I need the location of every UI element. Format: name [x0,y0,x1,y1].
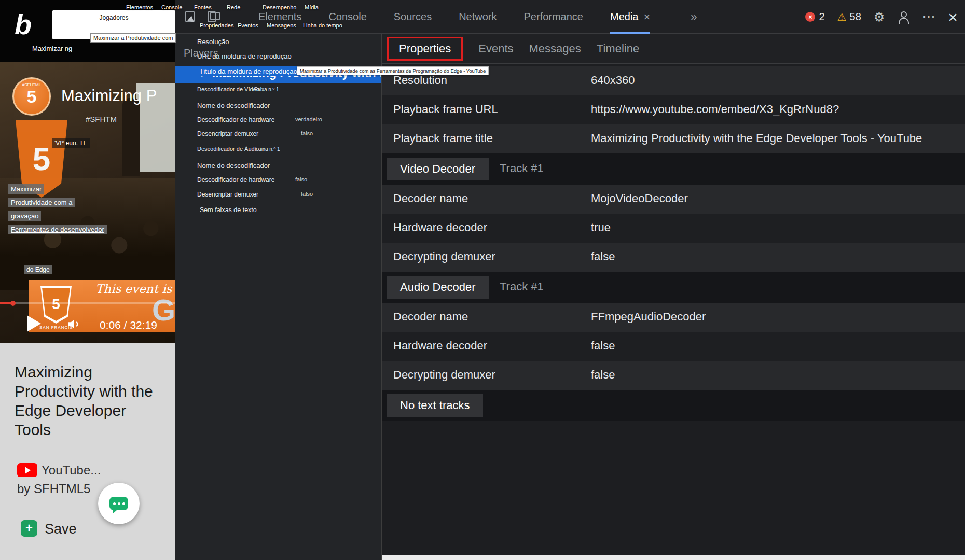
pt-value: verdadeiro [295,116,322,122]
pt-row-playback-url: URL da moldura de reprodução [197,52,292,60]
caption-line: Ferramentas de desenvolvedor [8,225,107,234]
tab-sources[interactable]: Sources [394,11,432,23]
table-row: Playback frame URL https://www.youtube.c… [382,95,965,124]
horizontal-scrollbar[interactable] [382,555,965,560]
tab-timeline[interactable]: Timeline [597,42,639,55]
pt-label-events: Eventos [238,22,258,29]
warning-count: 58 [850,11,861,23]
caption-line: Produtividade com a [8,198,75,207]
tab-media[interactable]: Media × [610,0,650,34]
media-panel-tabs: Properties Events Messages Timeline [382,34,965,64]
video-seekbar[interactable] [0,302,175,304]
screenshot-root: b Jogadores Maximizar ng 5 #SFHTML 5 Max… [0,0,965,560]
pt-row-decoder-name: Nome do descodificador [197,162,270,170]
table-row: Playback frame title Maximizing Producti… [382,124,965,153]
byline: by SFHTML5 [17,482,90,496]
pt-value: falso [295,176,307,183]
warning-icon: ⚠ [837,11,847,23]
pt-label-performance: Desempenho [263,4,296,10]
logo-tag-text: #SFHTML [14,82,49,87]
error-badge[interactable]: × 2 [805,11,824,23]
tab-elements[interactable]: Elements [258,11,301,23]
translation-tooltip: Maximizar a Produtividade com as Ferrame… [297,66,489,75]
pt-label-messages: Mensagens [267,22,296,29]
toolbar-right-cluster: × 2 ⚠ 58 ⚙ ⋯ × [805,0,958,34]
chat-fab-button[interactable] [98,483,140,524]
overflow-menu-icon[interactable]: ⋯ [922,9,935,25]
pt-label-properties: Propriedades [200,22,233,29]
seekbar-knob[interactable] [10,301,16,306]
video-player[interactable]: 5 #SFHTML 5 Maximizing P #SFHTM 'VI* euo… [0,62,175,343]
pt-row-hw-decoder: Descodificador de hardware [197,176,274,184]
pt-label-elements: Elementos [126,4,153,10]
pt-row-video-track: Faixa n.º 1 [254,87,279,92]
device-toolbar-icon[interactable] [208,12,220,22]
caption-line: gravação [8,211,41,221]
warning-badge[interactable]: ⚠ 58 [837,11,861,23]
caption-line: Maximizar [8,184,44,194]
tab-messages[interactable]: Messages [529,42,581,55]
volume-icon[interactable] [66,316,82,332]
tab-network[interactable]: Network [459,11,497,23]
text-tracks-section: No text tracks [382,390,965,421]
pt-value: falso [301,130,313,136]
tab-properties[interactable]: Properties [387,37,463,61]
bing-logo[interactable]: b [15,8,32,40]
inspect-element-icon[interactable] [185,11,195,22]
track-label: Track #1 [500,162,544,175]
video-overlay-subtitle: #SFHTM [86,115,117,123]
pt-row-video-decoder: Descodificador de Vídeo [197,86,259,92]
pt-label-sources: Fontes [194,4,212,10]
tab-console[interactable]: Console [328,11,366,23]
pt-row-playback-title: Título da moldura de reprodução [197,67,299,76]
channel-link[interactable]: YouTube... [42,463,101,478]
pt-label-timeline: Linha do tempo [303,22,342,29]
pt-row-demuxer: Desencriptar demuxer [197,130,258,137]
tab-events[interactable]: Events [478,42,513,55]
save-button[interactable]: Save [45,521,77,537]
players-sidebar: Players Maximizing Productivity with t ▶… [175,34,382,560]
search-suggestion[interactable]: Jogadores [52,14,175,21]
table-row: Hardware decoder true [382,214,965,243]
pt-row-no-text-tracks: Sem faixas de texto [200,206,257,214]
search-suggestion-highlighted[interactable]: Maximizar a Produtividade com [90,33,176,43]
pt-label-media: Mídia [305,4,319,10]
tab-audio-decoder[interactable]: Audio Decoder [387,276,489,299]
table-row: Hardware decoder false [382,332,965,361]
tab-no-text-tracks[interactable]: No text tracks [387,394,483,417]
properties-table: Resolution 640x360 Playback frame URL ht… [382,66,965,421]
video-overlay-small-text: 'VI* euo. TF [52,138,90,148]
pt-row-decoder-name: Nome do descodificador [197,102,270,109]
speaker-silhouette [122,98,140,176]
video-overlay-title: Maximizing P [61,87,157,105]
play-button[interactable] [27,315,41,332]
save-icon[interactable]: + [21,520,37,537]
more-tabs-icon[interactable]: » [691,10,697,24]
profile-icon[interactable] [897,11,909,23]
logo-number: 5 [27,87,37,107]
table-row: Decoder name MojoVideoDecoder [382,185,965,214]
close-devtools-icon[interactable]: × [948,9,958,25]
pt-value: falso [301,191,313,197]
browser-page: b Jogadores Maximizar ng 5 #SFHTML 5 Max… [0,0,175,560]
audio-decoder-section: Audio Decoder Track #1 [382,272,965,303]
video-timestamp: 0:06 / 32:19 [100,319,157,331]
tab-video-decoder[interactable]: Video Decoder [387,158,489,180]
error-icon: × [805,12,815,22]
sfhtml5-logo: #SFHTML 5 [12,77,51,116]
media-panel: Properties Events Messages Timeline Reso… [382,34,965,560]
pt-row-audio-track: Faixa n.º 1 [255,146,280,152]
video-decoder-section: Video Decoder Track #1 [382,153,965,185]
pt-row-demuxer: Desencriptar demuxer [197,191,258,198]
devtools-tabs: Elements Console Sources Network Perform… [258,0,697,34]
youtube-icon [17,463,37,477]
settings-gear-icon[interactable]: ⚙ [874,10,885,24]
table-row: Decrypting demuxer false [382,361,965,390]
pt-row-resolution: Resolução [197,38,229,46]
close-tab-icon[interactable]: × [643,10,650,24]
chat-bubble-icon [109,497,128,510]
table-row: Decoder name FFmpegAudioDecoder [382,303,965,332]
table-row: Decrypting demuxer false [382,243,965,272]
tab-performance[interactable]: Performance [524,11,584,23]
pt-row-audio-decoder: Descodificador de Áudio [197,146,259,152]
